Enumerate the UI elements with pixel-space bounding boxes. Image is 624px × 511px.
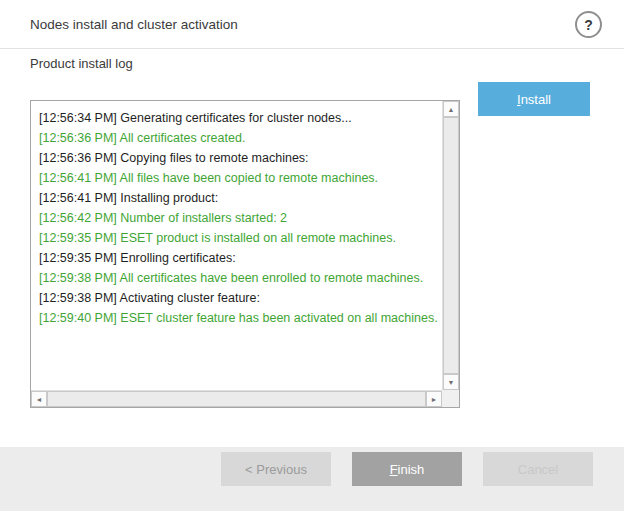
log-line: [12:56:42 PM] Number of installers start… [39,208,438,228]
vertical-scrollbar[interactable]: ▲ ▼ [442,101,459,390]
scroll-left-button[interactable]: ◄ [31,391,47,407]
page-title: Nodes install and cluster activation [30,17,238,32]
finish-button[interactable]: Finish [352,452,462,486]
question-mark-icon: ? [584,17,593,33]
log-line: [12:56:36 PM] Copying files to remote ma… [39,148,438,168]
log-lines: [12:56:34 PM] Generating certificates fo… [31,101,442,390]
scroll-right-button[interactable]: ► [426,391,442,407]
log-line: [12:59:38 PM] All certificates have been… [39,268,438,288]
scrollbar-corner [442,390,459,407]
log-line: [12:56:41 PM] All files have been copied… [39,168,438,188]
dialog-header: Nodes install and cluster activation [0,0,624,49]
log-line: [12:59:40 PM] ESET cluster feature has b… [39,308,438,328]
install-button[interactable]: Install [478,82,590,116]
cancel-button[interactable]: Cancel [483,452,593,486]
log-line: [12:59:38 PM] Activating cluster feature… [39,288,438,308]
cancel-button-label: Cancel [518,462,558,477]
help-button[interactable]: ? [575,11,602,38]
horizontal-scrollbar-thumb[interactable] [47,391,426,407]
arrow-up-icon: ▲ [448,106,455,113]
scroll-up-button[interactable]: ▲ [443,101,459,117]
scroll-down-button[interactable]: ▼ [443,374,459,390]
log-line: [12:56:41 PM] Installing product: [39,188,438,208]
arrow-left-icon: ◄ [36,396,43,403]
previous-button-label: < Previous [245,462,307,477]
install-button-label: Install [517,92,551,107]
previous-button[interactable]: < Previous [221,452,331,486]
log-line: [12:56:34 PM] Generating certificates fo… [39,108,438,128]
log-line: [12:59:35 PM] Enrolling certificates: [39,248,438,268]
vertical-scrollbar-thumb[interactable] [443,117,459,374]
finish-button-label: Finish [390,462,425,477]
horizontal-scrollbar[interactable]: ◄ ► [31,390,442,407]
log-line: [12:59:35 PM] ESET product is installed … [39,228,438,248]
arrow-down-icon: ▼ [448,379,455,386]
arrow-right-icon: ► [431,396,438,403]
log-line: [12:56:36 PM] All certificates created. [39,128,438,148]
footer-bar: < Previous Finish Cancel [0,447,624,511]
product-install-log: [12:56:34 PM] Generating certificates fo… [30,100,460,408]
product-install-log-label: Product install log [30,56,133,71]
